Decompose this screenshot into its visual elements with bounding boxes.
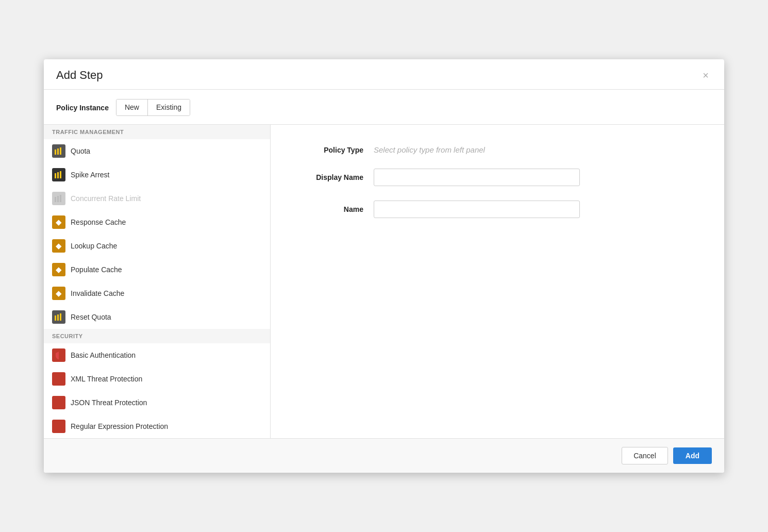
concurrent-rate-limit-icon: [52, 192, 65, 205]
json-threat-icon: [52, 396, 65, 409]
close-button[interactable]: ×: [699, 69, 712, 81]
dialog-title: Add Step: [56, 69, 103, 82]
regex-protection-label: Regular Expression Protection: [71, 422, 168, 430]
policy-item-populate-cache[interactable]: ◆ Populate Cache: [44, 258, 270, 281]
xml-threat-label: XML Threat Protection: [71, 375, 142, 383]
policy-item-xml-threat[interactable]: XML Threat Protection: [44, 367, 270, 391]
populate-cache-icon: ◆: [52, 263, 65, 276]
add-button[interactable]: Add: [673, 447, 712, 464]
svg-rect-8: [60, 195, 61, 202]
toggle-new-button[interactable]: New: [116, 99, 148, 115]
policy-item-response-cache[interactable]: ◆ Response Cache: [44, 210, 270, 234]
name-input[interactable]: [374, 201, 580, 218]
cancel-button[interactable]: Cancel: [622, 447, 668, 464]
svg-rect-3: [55, 173, 56, 178]
svg-rect-6: [55, 197, 56, 202]
svg-rect-5: [60, 171, 61, 178]
dialog-footer: Cancel Add: [44, 438, 724, 473]
policy-item-concurrent-rate-limit: Concurrent Rate Limit: [44, 187, 270, 210]
reset-quota-label: Reset Quota: [71, 313, 111, 321]
section-header-traffic: TRAFFIC MANAGEMENT: [44, 125, 270, 139]
svg-rect-2: [60, 147, 61, 155]
svg-rect-11: [60, 313, 61, 321]
quota-label: Quota: [71, 147, 90, 155]
regex-protection-icon: [52, 420, 65, 433]
xml-threat-icon: [52, 372, 65, 386]
svg-rect-1: [57, 148, 59, 155]
display-name-input[interactable]: [374, 169, 580, 186]
svg-rect-7: [57, 196, 59, 202]
dialog-header: Add Step ×: [44, 59, 724, 90]
invalidate-cache-icon: ◆: [52, 287, 65, 300]
section-header-security: SECURITY: [44, 329, 270, 343]
svg-rect-4: [57, 172, 59, 178]
spike-arrest-label: Spike Arrest: [71, 171, 109, 179]
json-threat-label: JSON Threat Protection: [71, 398, 147, 407]
policy-type-placeholder: Select policy type from left panel: [374, 145, 485, 154]
response-cache-icon: ◆: [52, 215, 65, 229]
policy-item-json-threat[interactable]: JSON Threat Protection: [44, 391, 270, 414]
name-label: Name: [302, 205, 363, 213]
lookup-cache-icon: ◆: [52, 239, 65, 253]
dialog-body: TRAFFIC MANAGEMENT Quota: [44, 125, 724, 438]
response-cache-label: Response Cache: [71, 218, 126, 226]
right-panel: Policy Type Select policy type from left…: [271, 125, 724, 438]
add-step-dialog: Add Step × Policy Instance New Existing …: [44, 59, 724, 473]
quota-icon: [52, 144, 65, 158]
toggle-existing-button[interactable]: Existing: [148, 99, 190, 115]
policy-instance-toggle-group: New Existing: [116, 99, 190, 116]
policy-item-lookup-cache[interactable]: ◆ Lookup Cache: [44, 234, 270, 258]
display-name-row: Display Name: [302, 169, 693, 186]
reset-quota-icon: [52, 310, 65, 324]
basic-auth-label: Basic Authentication: [71, 351, 136, 359]
policy-type-row: Policy Type Select policy type from left…: [302, 145, 693, 154]
svg-rect-0: [55, 149, 56, 155]
policy-item-basic-auth[interactable]: Basic Authentication: [44, 343, 270, 367]
populate-cache-label: Populate Cache: [71, 265, 122, 274]
policy-instance-label: Policy Instance: [56, 104, 109, 112]
policy-item-spike-arrest[interactable]: Spike Arrest: [44, 163, 270, 187]
invalidate-cache-label: Invalidate Cache: [71, 289, 124, 297]
svg-rect-9: [55, 315, 56, 321]
spike-arrest-icon: [52, 168, 65, 181]
policy-item-quota[interactable]: Quota: [44, 139, 270, 163]
policy-type-label: Policy Type: [302, 146, 363, 154]
lookup-cache-label: Lookup Cache: [71, 242, 117, 250]
left-panel: TRAFFIC MANAGEMENT Quota: [44, 125, 271, 438]
display-name-label: Display Name: [302, 173, 363, 181]
policy-instance-row: Policy Instance New Existing: [44, 90, 724, 125]
policy-item-invalidate-cache[interactable]: ◆ Invalidate Cache: [44, 281, 270, 305]
policy-item-regex-protection[interactable]: Regular Expression Protection: [44, 414, 270, 438]
svg-rect-10: [57, 314, 59, 321]
policy-item-reset-quota[interactable]: Reset Quota: [44, 305, 270, 329]
concurrent-rate-limit-label: Concurrent Rate Limit: [71, 194, 141, 203]
name-row: Name: [302, 201, 693, 218]
basic-auth-icon: [52, 348, 65, 362]
